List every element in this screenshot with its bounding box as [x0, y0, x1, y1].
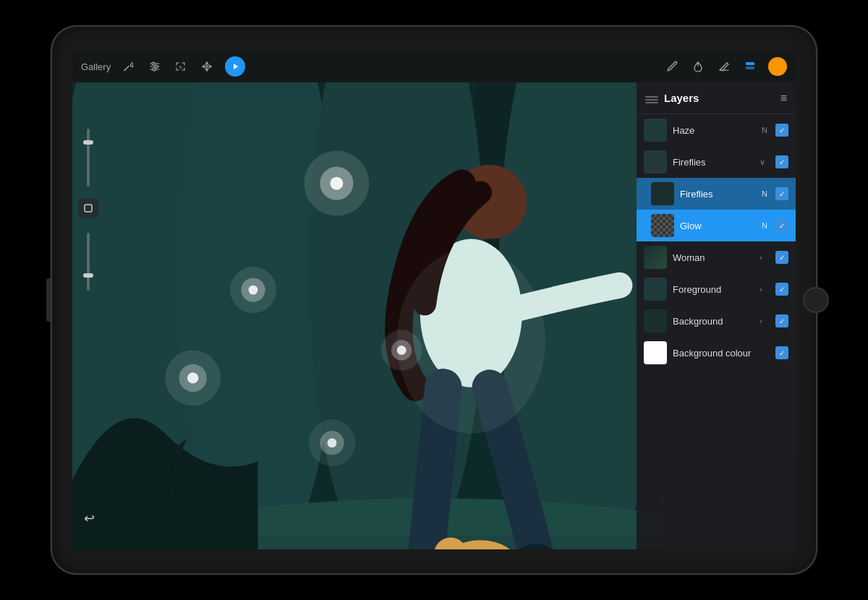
layer-foreground[interactable]: Foreground › [637, 273, 796, 305]
svg-point-2 [152, 62, 155, 65]
toolbar-right [664, 57, 787, 76]
layers-header: Layers ≡ [637, 82, 796, 114]
layer-glow-mode: N [760, 221, 770, 230]
layers-icon[interactable] [742, 59, 758, 74]
layer-foreground-chevron: › [760, 285, 770, 293]
layers-panel-title: Layers [664, 92, 699, 104]
layer-background-chevron: › [760, 317, 770, 325]
svg-point-42 [187, 372, 198, 383]
layer-background[interactable]: Background › [637, 305, 796, 337]
brush-size-slider[interactable] [87, 129, 90, 187]
layer-fireflies-sub-name: Fireflies [680, 189, 754, 200]
svg-text:S: S [179, 65, 182, 69]
layer-glow-visibility[interactable] [775, 219, 788, 232]
svg-rect-10 [746, 62, 754, 65]
layer-background-colour-name: Background colour [673, 348, 770, 359]
svg-marker-8 [234, 64, 238, 69]
layer-woman-chevron: › [760, 253, 770, 262]
layer-haze-visibility[interactable] [775, 124, 788, 137]
svg-point-33 [330, 177, 343, 190]
layer-fireflies-sub[interactable]: Fireflies N [637, 178, 796, 210]
left-sidebar: ↩ [72, 114, 104, 549]
opacity-handle[interactable] [83, 273, 93, 278]
pencil-icon[interactable] [664, 59, 680, 74]
ink-icon[interactable] [690, 59, 706, 74]
svg-rect-11 [746, 67, 754, 69]
layer-haze-mode: N [760, 126, 770, 134]
layer-glow-thumbnail [651, 214, 674, 237]
layer-background-visibility[interactable] [775, 314, 788, 327]
layer-fireflies-group-visibility[interactable] [775, 155, 788, 168]
layer-background-colour-visibility[interactable] [775, 346, 788, 359]
square-tool[interactable] [78, 198, 98, 218]
layers-panel: Layers ≡ Haze N [637, 82, 796, 549]
layer-background-thumbnail [644, 309, 667, 333]
layer-background-colour-thumbnail [644, 341, 667, 364]
layer-fireflies-group[interactable]: Fireflies ∨ [637, 146, 796, 178]
layers-list: Haze N Fireflies ∨ [637, 114, 796, 549]
svg-point-45 [328, 438, 337, 447]
screen: Gallery [72, 51, 796, 549]
undo-button[interactable]: ↩ [80, 509, 98, 528]
layer-haze[interactable]: Haze N [637, 114, 796, 146]
toolbar-left: Gallery [81, 56, 245, 77]
layer-background-colour[interactable]: Background colour [637, 337, 796, 369]
layers-menu-icon[interactable]: ≡ [780, 92, 787, 105]
layer-background-name: Background [673, 316, 754, 327]
color-picker[interactable] [768, 57, 787, 76]
selection-icon[interactable]: S [173, 59, 189, 74]
video-record-button[interactable] [225, 56, 245, 77]
toolbar: Gallery [72, 51, 796, 82]
canvas-area[interactable]: ↩ Layers ≡ [72, 82, 796, 549]
layer-fireflies-group-thumbnail [644, 150, 667, 173]
svg-point-39 [397, 346, 407, 355]
opacity-slider[interactable] [87, 233, 90, 291]
ipad-frame: Gallery [51, 25, 817, 575]
layer-foreground-name: Foreground [673, 284, 754, 295]
gallery-button[interactable]: Gallery [81, 61, 111, 72]
layer-haze-name: Haze [673, 125, 754, 136]
wrench-icon[interactable] [121, 59, 137, 74]
layer-foreground-thumbnail [644, 278, 667, 301]
layer-woman-thumbnail [644, 246, 667, 269]
layer-fireflies-sub-mode: N [760, 189, 770, 198]
layer-woman[interactable]: Woman › [637, 241, 796, 273]
svg-point-36 [249, 286, 258, 295]
layer-woman-visibility[interactable] [775, 251, 788, 264]
layer-fireflies-sub-visibility[interactable] [775, 187, 788, 200]
home-button[interactable] [803, 287, 829, 313]
brush-size-handle[interactable] [83, 140, 93, 145]
svg-point-4 [155, 65, 158, 68]
layer-fireflies-sub-thumbnail [651, 182, 674, 205]
layer-fireflies-chevron: ∨ [760, 158, 770, 167]
svg-point-0 [124, 69, 126, 71]
svg-rect-49 [85, 205, 92, 212]
layer-fireflies-group-name: Fireflies [673, 157, 754, 168]
layer-glow-name: Glow [680, 220, 754, 231]
layer-woman-name: Woman [673, 252, 754, 263]
layer-haze-thumbnail [644, 119, 667, 142]
layer-foreground-visibility[interactable] [775, 283, 788, 296]
adjust-icon[interactable] [147, 59, 163, 74]
eraser-icon[interactable] [716, 59, 732, 74]
svg-point-6 [153, 68, 156, 71]
layer-glow[interactable]: Glow N [637, 210, 796, 241]
move-icon[interactable] [199, 59, 215, 74]
